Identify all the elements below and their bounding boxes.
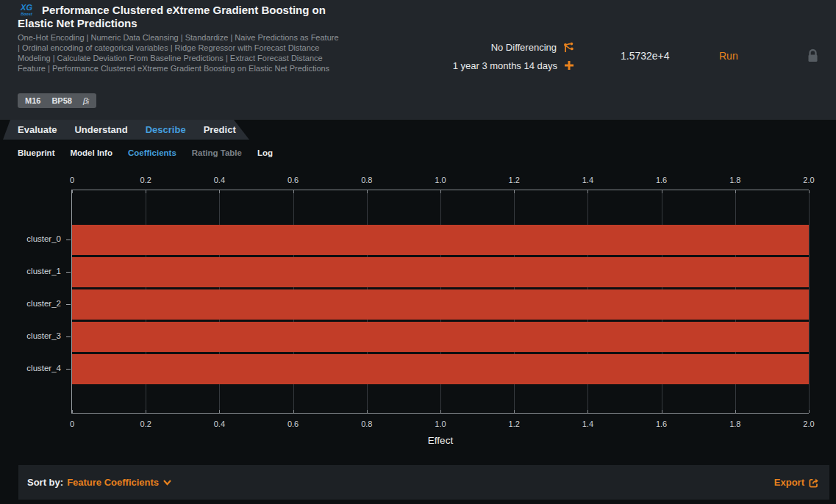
x-tick-mark [367,190,368,193]
x-tick-mark [440,190,441,193]
category-label-cluster_1: cluster_1 [0,267,61,276]
sort-by-value: Feature Coefficients [67,477,159,488]
tab-predict[interactable]: Predict [204,124,236,135]
x-tick-label-top: 1.8 [713,176,757,184]
chevron-down-icon [162,478,172,486]
x-tick-mark [146,190,146,193]
export-label: Export [774,477,804,488]
differencing-row: No Differencing [491,41,575,54]
x-tick-label-bottom: 0.6 [271,420,315,428]
y-tick-mark [66,272,71,273]
y-tick-mark [66,304,71,305]
y-tick-mark [66,240,71,240]
x-tick-mark [72,190,73,193]
x-tick-label-bottom: 1.6 [640,420,684,428]
lock-icon [807,48,819,63]
category-label-cluster_4: cluster_4 [0,364,61,372]
x-tick-mark [662,410,662,413]
x-tick-mark [514,190,515,193]
tab-evaluate[interactable]: Evaluate [18,124,57,135]
x-tick-label-top: 0.4 [197,176,241,184]
x-tick-label-top: 1.4 [565,176,610,184]
y-tick-mark [66,336,71,337]
model-badge-group: M16BP58βᵢ [18,93,96,108]
x-tick-mark [219,410,220,413]
main-tab-bar: EvaluateUnderstandDescribePredict [0,120,265,140]
bar-cluster_2[interactable] [72,289,809,320]
x-tick-label-bottom: 2.0 [787,420,831,428]
gridline [809,190,810,413]
export-icon [808,477,821,489]
sort-by-dropdown[interactable]: Feature Coefficients [67,477,172,488]
duration-row: 1 year 3 months 14 days [453,60,575,71]
x-tick-mark [440,410,441,413]
x-tick-label-bottom: 1.0 [418,420,462,428]
subtab-rating-table: Rating Table [192,148,242,157]
x-tick-label-bottom: 1.8 [713,420,757,428]
run-button[interactable]: Run [719,50,738,62]
x-tick-label-top: 1.0 [418,176,462,184]
category-label-cluster_2: cluster_2 [0,299,61,308]
x-tick-mark [367,410,368,413]
x-tick-label-bottom: 1.4 [565,420,610,428]
x-tick-mark [735,190,736,193]
plus-icon[interactable] [563,60,575,71]
subtab-log[interactable]: Log [257,148,273,157]
x-tick-mark [293,410,294,413]
x-tick-label-top: 1.6 [640,176,684,184]
x-tick-label-top: 0.6 [271,176,315,184]
sort-by-group: Sort by: Feature Coefficients [27,477,172,488]
x-tick-label-top: 2.0 [787,176,831,184]
x-tick-mark [514,410,515,413]
x-tick-label-top: 0 [50,176,94,184]
badge-: βᵢ [83,96,89,105]
x-tick-label-bottom: 0.8 [345,420,389,428]
category-label-cluster_0: cluster_0 [0,234,61,243]
subtab-model-info[interactable]: Model Info [70,148,112,157]
category-label-cluster_3: cluster_3 [0,331,61,340]
bar-cluster_4[interactable] [72,354,809,384]
tab-describe[interactable]: Describe [146,124,186,135]
x-tick-mark [809,190,810,193]
x-tick-mark [809,410,810,413]
subtab-blueprint[interactable]: Blueprint [18,148,54,157]
x-tick-mark [219,190,220,193]
x-tick-label-bottom: 0.2 [124,420,168,428]
x-tick-mark [662,190,662,193]
x-tick-mark [735,410,736,413]
x-tick-label-bottom: 1.2 [492,420,536,428]
x-tick-mark [587,410,588,413]
differencing-label: No Differencing [491,42,557,53]
x-tick-label-top: 1.2 [492,176,536,184]
branch-icon[interactable] [562,41,575,54]
x-axis-label: Effect [72,435,809,446]
sub-tab-bar: BlueprintModel InfoCoefficientsRating Ta… [0,144,836,162]
xgboost-logo-icon: XGBoost [18,4,35,18]
page-title: XGBoostPerformance Clustered eXtreme Gra… [18,4,362,29]
x-tick-mark [146,410,146,413]
y-tick-mark [66,369,71,370]
metric-value: 1.5732e+4 [621,50,670,62]
x-tick-mark [72,410,73,413]
x-tick-mark [293,190,294,193]
export-button[interactable]: Export [774,477,821,489]
x-tick-label-bottom: 0.4 [197,420,241,428]
x-tick-label-top: 0.8 [345,176,389,184]
blueprint-description: One-Hot Encoding | Numeric Data Cleansin… [18,32,341,73]
tab-understand[interactable]: Understand [74,124,127,135]
badge-m16: M16 [25,96,40,105]
duration-label: 1 year 3 months 14 days [453,60,557,71]
model-title-text: Performance Clustered eXtreme Gradient B… [18,4,326,29]
x-tick-mark [587,190,588,193]
x-tick-label-top: 0.2 [124,176,168,184]
sort-by-label: Sort by: [27,477,63,488]
bar-cluster_3[interactable] [72,322,809,352]
x-tick-label-bottom: 0 [50,420,94,428]
badge-bp58: BP58 [51,96,72,105]
coefficients-chart: Effect 000.20.20.40.40.60.60.80.81.01.01… [71,190,809,414]
model-header: XGBoostPerformance Clustered eXtreme Gra… [0,0,836,120]
bar-cluster_1[interactable] [72,257,809,287]
chart-footer-bar: Sort by: Feature Coefficients Export [18,465,829,500]
bar-cluster_0[interactable] [72,225,809,255]
subtab-coefficients[interactable]: Coefficients [128,148,176,157]
